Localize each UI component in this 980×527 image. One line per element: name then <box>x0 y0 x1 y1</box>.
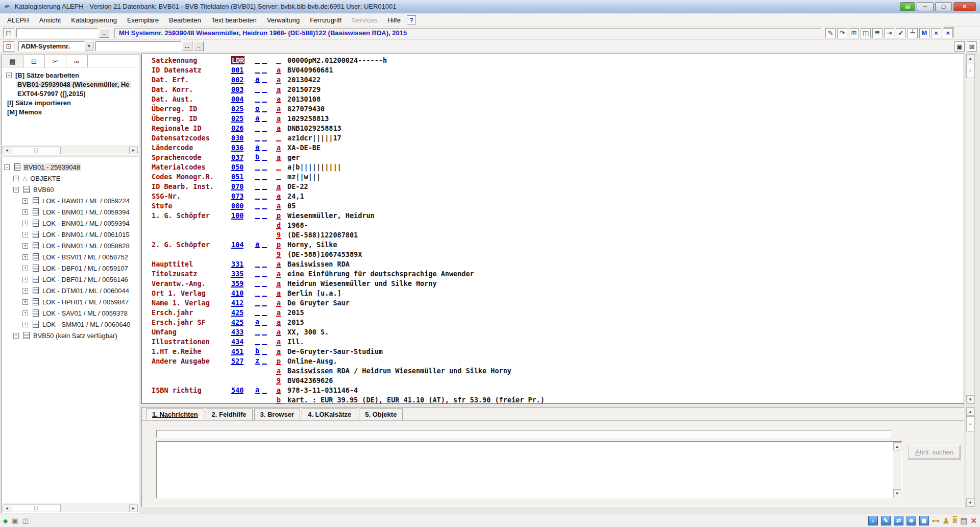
tab-search-icon[interactable]: ∞ <box>66 55 88 67</box>
field-tag[interactable]: 412 <box>231 299 243 307</box>
tab-2-feldhilfe[interactable]: 2. Feldhilfe <box>206 408 253 420</box>
scroll-right-icon[interactable]: ► <box>129 147 138 154</box>
field-tag[interactable]: 001 <box>231 66 243 74</box>
field-tag[interactable]: 003 <box>231 85 243 93</box>
scroll-thumb[interactable]: ||| <box>12 147 61 154</box>
field-indicators[interactable]: a <box>255 76 267 83</box>
field-tag[interactable]: 540 <box>231 386 243 394</box>
adm-selector[interactable]: ADM-Systemnr. ▼ <box>18 41 93 51</box>
field-indicators[interactable]: z <box>255 357 267 365</box>
scroll-thumb[interactable]: ≡ <box>966 416 974 432</box>
record-row[interactable]: Überreg. ID025oa827079430 <box>142 104 964 114</box>
field-value[interactable]: (DE-588)122087801 <box>287 231 358 239</box>
field-subfield[interactable]: a <box>276 124 281 132</box>
field-subfield[interactable]: p <box>276 357 281 365</box>
field-tag[interactable]: 425 <box>231 308 243 317</box>
tree-item-bvb50-kein-satz-verfügbar[interactable]: +BVB50 (kein Satz verfügbar) <box>2 330 138 341</box>
field-value[interactable]: eine Einführung für deutschsprachige Anw… <box>287 270 474 278</box>
record-row[interactable]: Andere Ausgabe527zpOnline-Ausg. <box>142 356 964 366</box>
close-all-icon[interactable]: × <box>943 28 953 38</box>
key-icon[interactable]: ⊶ <box>932 516 940 525</box>
field-subfield[interactable]: a <box>276 182 281 190</box>
expander-icon[interactable]: − <box>6 73 12 78</box>
tree-item-lok-dbf01-ml-0056146[interactable]: +LOK - DBF01 / ML / 0056146 <box>2 274 138 285</box>
record-row[interactable]: Dat. Korr.003a20150729 <box>142 85 964 94</box>
tree-item-bvb60[interactable]: −BVB60 <box>2 184 138 195</box>
field-indicators[interactable] <box>255 124 267 132</box>
record-row[interactable]: SSG-Nr.073a24,1 <box>142 191 964 201</box>
field-tag[interactable]: 425 <box>231 318 243 326</box>
field-subfield[interactable]: a <box>276 328 281 336</box>
field-value[interactable]: XA-DE-BE <box>287 143 321 152</box>
record-row[interactable]: Verantw.-Ang.359aHeidrun Wiesenmüller un… <box>142 279 964 289</box>
record-row[interactable]: Ersch.jahr425a2015 <box>142 308 964 318</box>
record-vscrollbar[interactable]: ▲ ≡ ▼ <box>966 54 975 404</box>
record-jump-input[interactable] <box>16 28 98 38</box>
connection-button[interactable]: ▤ <box>900 2 915 11</box>
field-subfield[interactable]: b <box>276 396 281 404</box>
field-value[interactable]: 24,1 <box>287 192 304 200</box>
tree-item-lok-bsv01-ml-0058752[interactable]: +LOK - BSV01 / ML / 0058752 <box>2 251 138 262</box>
scroll-thumb[interactable]: ≡ <box>966 63 974 78</box>
grid-icon[interactable]: ▦ <box>919 516 929 525</box>
field-subfield[interactable]: d <box>276 221 281 229</box>
field-tag[interactable]: 410 <box>231 289 243 297</box>
list-view-icon[interactable]: ≣ <box>872 28 883 38</box>
field-indicators[interactable] <box>255 56 267 64</box>
field-tag[interactable]: LDR <box>231 56 244 64</box>
scroll-right-icon[interactable]: ► <box>129 505 138 512</box>
window-a-icon[interactable]: ▣ <box>12 517 18 524</box>
field-value[interactable]: De-Gruyter-Saur-Studium <box>287 347 383 355</box>
field-indicators[interactable] <box>255 270 267 277</box>
tree-item-bvb01-25939048-wiesenmüller-he[interactable]: BVB01-25939048 (Wiesenmüller, He <box>2 80 138 89</box>
field-value[interactable]: a|b|||||||||| <box>287 163 341 171</box>
field-indicators[interactable] <box>255 66 267 74</box>
adm-go-button[interactable]: → <box>193 41 204 51</box>
field-tag[interactable]: 080 <box>231 202 243 210</box>
help-icon[interactable]: ? <box>407 15 416 25</box>
field-indicators[interactable]: b <box>255 153 267 161</box>
tree-item-lok-smm01-ml-0060640[interactable]: +LOK - SMM01 / ML / 0060640 <box>2 319 138 330</box>
field-subfield[interactable]: a <box>276 270 281 278</box>
field-subfield[interactable] <box>276 163 281 172</box>
tree-item-lok-dbf01-ml-0059107[interactable]: +LOK - DBF01 / ML / 0059107 <box>2 262 138 274</box>
field-subfield[interactable]: a <box>276 95 281 103</box>
field-tag[interactable]: 335 <box>231 270 243 278</box>
field-tag[interactable]: 434 <box>231 338 243 346</box>
field-tag[interactable]: 359 <box>231 279 243 288</box>
expander-icon[interactable]: + <box>22 198 28 204</box>
field-indicators[interactable] <box>255 289 267 297</box>
field-subfield[interactable]: p <box>276 211 281 220</box>
field-subfield[interactable] <box>276 56 281 65</box>
field-subfield[interactable]: a <box>276 153 281 161</box>
record-row[interactable]: 1.HT e.Reihe451baDe-Gruyter-Saur-Studium <box>142 347 964 356</box>
menu-services[interactable]: Services <box>347 15 382 26</box>
field-subfield[interactable]: a <box>276 85 281 93</box>
check-record-icon[interactable]: ✓ <box>896 28 906 38</box>
field-tag[interactable]: 073 <box>231 192 243 200</box>
scroll-left-icon[interactable]: ◄ <box>3 147 11 154</box>
expander-icon[interactable]: + <box>22 322 28 327</box>
field-subfield[interactable]: 9 <box>276 250 281 258</box>
field-indicators[interactable]: a <box>255 318 267 326</box>
field-value[interactable]: (DE-588)106745389X <box>287 250 362 258</box>
field-indicators[interactable] <box>255 328 267 336</box>
tree-item-m-memos[interactable]: [M] Memos <box>2 107 138 116</box>
close-record-icon[interactable]: ⇥ <box>884 28 894 38</box>
window-b-icon[interactable]: ◫ <box>22 517 29 524</box>
field-value[interactable]: 20150729 <box>287 85 321 93</box>
record-row[interactable]: Codes Monogr.R.051mz||w||| <box>142 172 964 182</box>
tree-item-lok-dtm01-ml-0060044[interactable]: +LOK - DTM01 / ML / 0060044 <box>2 285 138 296</box>
menu-hilfe[interactable]: Hilfe <box>382 15 406 26</box>
field-indicators[interactable]: a <box>255 143 267 151</box>
record-row[interactable]: Ersch.jahr SF425aa2015 <box>142 318 964 327</box>
menu-bearbeiten[interactable]: Bearbeiten <box>164 15 206 26</box>
field-indicators[interactable] <box>255 308 267 316</box>
window-new-icon[interactable]: ▣ <box>954 41 965 52</box>
field-subfield[interactable]: a <box>276 105 281 113</box>
tree-item-bvb01-25939048[interactable]: −BVB01 - 25939048 <box>2 161 138 173</box>
expander-icon[interactable]: + <box>13 333 19 339</box>
record-row[interactable]: Illustrationen434aIll. <box>142 337 964 347</box>
record-row[interactable]: ISBN richtig540aa978-3-11-031146-4 <box>142 386 964 395</box>
record-row[interactable]: 9(DE-588)106745389X <box>142 250 964 259</box>
